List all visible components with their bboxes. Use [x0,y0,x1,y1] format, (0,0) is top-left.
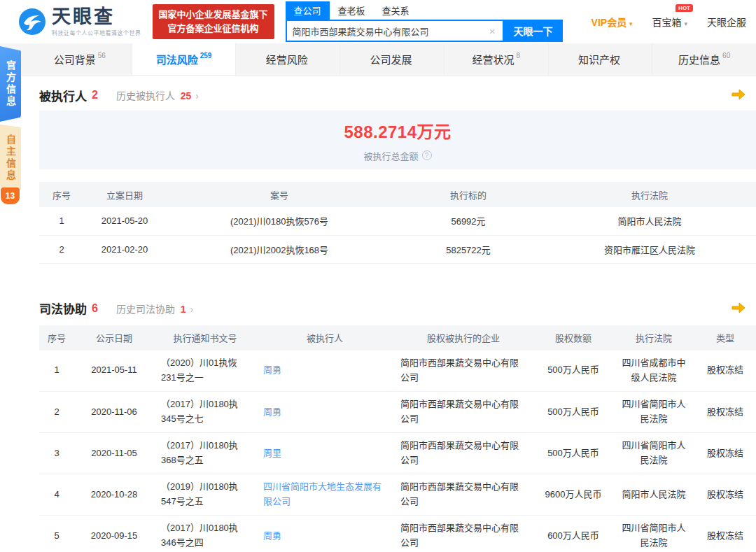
logo-slogan: 科技让每个人公平地看清这个世界 [52,29,141,36]
tab-search-boss[interactable]: 查老板 [330,1,374,20]
search-button[interactable]: 天眼一下 [504,20,563,42]
enterprise-service-button[interactable]: 天眼企服 [707,15,746,29]
tab-operation-risk[interactable]: 经营风险 [235,43,340,75]
section-title: 被执行人 [39,87,87,104]
main-content: 被执行人 2 历史被执行人 25 › 588.2714万元 被执行总金额 ? 序… [0,80,756,552]
executed-table: 序号 立案日期 案号 执行标的 执行法院 1 2021-05-20 (2021)… [39,182,756,264]
question-icon[interactable]: ? [422,150,432,160]
tab-intellectual-property[interactable]: 知识产权 [548,43,652,75]
tab-company-background[interactable]: 公司背景56 [28,43,132,75]
section-count: 2 [92,89,98,101]
official-credit-badge: 国家中小企业发展基金旗下 官方备案企业征信机构 [153,4,274,39]
hot-badge: HOT [676,4,693,12]
executed-person-link[interactable]: 四川省简阳市大地生态发展有限公司 [263,481,382,507]
section-count: 6 [92,302,98,315]
toolbox-button[interactable]: HOT 百宝箱 ▾ [652,15,687,29]
gold-arrow-icon[interactable] [731,302,746,317]
self-info-ribbon[interactable]: 自主信息 [0,125,21,192]
table-header-row: 序号 公示日期 执行通知书文号 被执行人 股权被执行的企业 股权数额 执行法院 … [39,325,756,351]
executed-person-link[interactable]: 周勇 [263,365,281,375]
judicial-assist-section-header: 司法协助 6 历史司法协助 1 › [39,293,756,324]
caret-down-icon: ▾ [629,20,633,27]
executed-person-link[interactable]: 周里 [263,448,281,458]
table-row: 2 2020-11-06 （2017）川0180执345号之七 周勇 简阳市西部… [39,392,756,433]
tab-history-info[interactable]: 历史信息60 [652,43,756,75]
clear-search-icon[interactable]: × [488,25,497,37]
table-row: 3 2020-11-05 （2017）川0180执368号之五 周里 简阳市西部… [39,433,756,474]
section-nav: 公司背景56 司法风险259 经营风险 公司发展 经营状况8 知识产权 历史信息… [0,43,756,76]
self-info-count-badge: 13 [1,187,20,204]
total-amount: 588.2714万元 [344,118,451,143]
history-judicial-link[interactable]: 历史司法协助 1 › [116,302,193,316]
logo-text: 天眼查 [52,8,141,27]
total-amount-label: 被执行总金额 [363,149,418,162]
table-row: 2 2021-02-20 (2021)川2002执恢168号 5825722元 … [39,235,756,263]
table-header-row: 序号 立案日期 案号 执行标的 执行法院 [39,182,756,207]
header-menu: VIP会员 ▾ HOT 百宝箱 ▾ 天眼企服 [592,15,746,29]
judicial-assist-table: 序号 公示日期 执行通知书文号 被执行人 股权被执行的企业 股权数额 执行法院 … [39,325,756,552]
vip-member-button[interactable]: VIP会员 ▾ [592,15,633,29]
executed-person-link[interactable]: 周勇 [263,530,281,541]
section-title: 司法协助 [39,299,87,317]
executed-total-summary: 588.2714万元 被执行总金额 ? [39,111,756,169]
table-row: 5 2020-09-15 （2017）川0180执346号之四 周勇 简阳市西部… [39,516,756,552]
tab-operation-status[interactable]: 经营状况8 [444,43,548,75]
history-executed-link[interactable]: 历史被执行人 25 › [116,88,199,102]
search-area: 查公司 查老板 查关系 × 天眼一下 [286,1,563,42]
badge-line2: 官方备案企业征信机构 [159,22,268,36]
top-header: 天眼查 科技让每个人公平地看清这个世界 国家中小企业发展基金旗下 官方备案企业征… [0,0,756,43]
tab-judicial-risk[interactable]: 司法风险259 [132,43,236,75]
search-input[interactable] [293,26,488,36]
chevron-right-icon: › [195,90,199,101]
caret-down-icon: ▾ [684,20,687,27]
tab-search-relation[interactable]: 查关系 [374,1,418,20]
tianyancha-eye-icon [18,8,46,36]
executed-person-section-header: 被执行人 2 历史被执行人 25 › [39,80,756,111]
official-info-ribbon[interactable]: 官方信息 [0,46,21,122]
page: 天眼查 科技让每个人公平地看清这个世界 国家中小企业发展基金旗下 官方备案企业征… [0,0,756,552]
tianyancha-logo[interactable]: 天眼查 科技让每个人公平地看清这个世界 [18,8,141,36]
table-row: 1 2021-05-11 （2020）川01执恢231号之一 周勇 简阳市西部果… [39,351,756,392]
badge-line1: 国家中小企业发展基金旗下 [159,8,268,22]
chevron-right-icon: › [190,304,193,315]
search-tabs: 查公司 查老板 查关系 [286,1,563,20]
executed-person-link[interactable]: 周勇 [263,406,281,417]
gold-arrow-icon[interactable] [731,88,746,104]
table-row: 4 2020-10-28 （2019）川0180执547号之五 四川省简阳市大地… [39,474,756,516]
search-input-wrap: × [286,20,504,42]
tab-company-development[interactable]: 公司发展 [340,43,444,75]
tab-search-company[interactable]: 查公司 [286,1,330,20]
table-row: 1 2021-05-20 (2021)川0180执恢576号 56992元 简阳… [39,207,756,235]
